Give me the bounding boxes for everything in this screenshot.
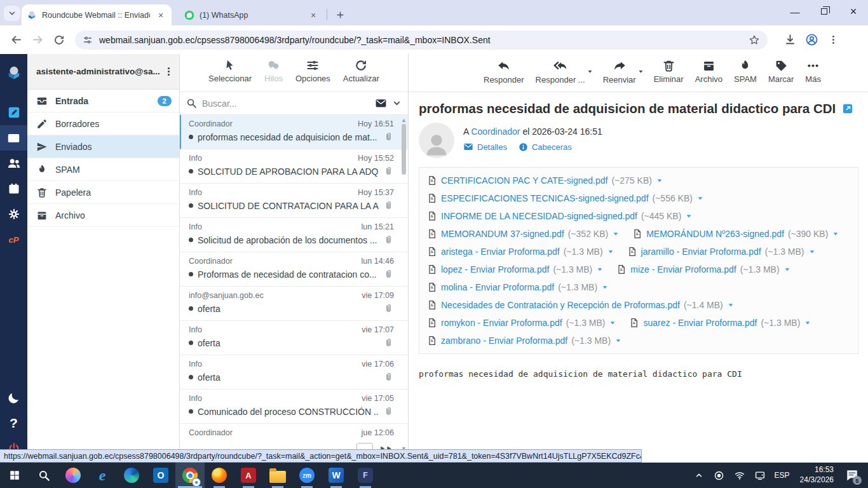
attachment-link[interactable]: suarez - Enviar Proforma.pdf(~1.3 MB) [629,318,811,328]
file-explorer-icon[interactable] [263,463,292,488]
scroll-up-icon[interactable]: ▲ [401,118,407,123]
tab-whatsapp[interactable]: (1) WhatsApp × [179,4,324,25]
mark-button[interactable]: Marcar [768,59,794,84]
message-row[interactable]: info@sanjuan.gob.ecvie 17:09 oferta [180,287,408,321]
attachment-menu-caret-icon[interactable] [614,337,622,344]
headers-link[interactable]: Cabeceras [519,142,572,152]
archive-button[interactable]: Archivo [695,59,722,84]
attachment-link[interactable]: Necesidades de Contratación y Recepción … [427,300,735,310]
roundcube-logo[interactable] [0,60,27,86]
forward-button[interactable]: Reenviar [603,59,636,85]
calendar-icon[interactable] [0,176,27,201]
acrobat-icon[interactable]: A [234,463,263,488]
tab-close-icon[interactable]: × [308,10,319,21]
message-row[interactable]: InfoHoy 15:52 SOLCITUD DE APROBACION PAR… [180,149,408,184]
attachment-menu-caret-icon[interactable] [601,283,609,291]
attachment-menu-caret-icon[interactable] [783,266,791,273]
tab-roundcube[interactable]: Roundcube Webmail :: Enviados × [22,4,172,25]
browser-menu-icon[interactable] [822,29,844,51]
delete-button[interactable]: Eliminar [654,59,684,84]
reply-button[interactable]: Responder [484,59,524,85]
tab-close-icon[interactable]: × [155,10,166,21]
taskbar-clock[interactable]: 16:53 24/3/2026 [796,465,837,485]
close-button[interactable]: × [839,0,868,23]
attachment-link[interactable]: zambrano - Enviar Proforma.pdf(~1.3 MB) [427,336,622,346]
list-scrollbar[interactable]: ▲ ▼ [401,118,407,461]
tab-search-button[interactable] [4,6,20,21]
message-row[interactable]: Infovie 17:06 oferta [180,355,408,390]
reply-all-button[interactable]: Responder ... [536,59,585,85]
folder-spam[interactable]: SPAM [27,158,179,181]
open-in-new-window-icon[interactable] [842,103,853,114]
back-button[interactable] [5,29,27,51]
bookmark-star-icon[interactable] [749,34,760,46]
chrome-icon[interactable]: ● [175,463,205,488]
options-button[interactable]: Opciones [295,59,330,83]
threads-button[interactable]: Hilos [264,59,283,83]
spam-button[interactable]: SPAM [734,59,757,84]
message-row[interactable]: Coordinadorlun 14:46 Proformas de necesi… [180,252,408,287]
attachment-link[interactable]: molina - Enviar Proforma.pdf(~1.3 MB) [427,282,609,292]
edge-icon[interactable] [117,463,146,488]
attachment-link[interactable]: MEMORANDUM 37-signed.pdf(~352 KB) [427,229,620,239]
profile-icon[interactable] [801,29,822,51]
attachment-menu-caret-icon[interactable] [609,319,616,327]
compose-icon[interactable] [0,100,27,125]
attachment-menu-caret-icon[interactable] [804,319,811,327]
attachment-link[interactable]: INFORME DE LA NECESIDAD-signed-signed.pd… [427,211,693,221]
folder-sent[interactable]: Enviados [27,135,179,158]
refresh-button[interactable]: Actualizar [343,59,379,83]
attachment-link[interactable]: jaramillo - Enviar Proforma.pdf(~1.3 MB) [627,247,816,257]
search-options-chevron-icon[interactable] [392,98,402,108]
url-text[interactable]: webmail.sanjuan.gob.ec/cpsess8798006498/… [99,35,742,45]
attachment-link[interactable]: ESPECIFICACIONES TECNICAS-signed-signed.… [427,193,704,203]
more-button[interactable]: Más [805,59,821,84]
tray-chevron-up-icon[interactable] [691,463,707,488]
attachment-link[interactable]: MEMORÁNDUM Nº263-signed.pdf(~390 KB) [632,229,839,239]
folder-archive[interactable]: Archivo [27,204,179,227]
language-indicator[interactable]: ESP [772,471,792,480]
settings-gear-icon[interactable] [0,201,27,227]
folder-drafts[interactable]: Borradores [27,112,179,135]
account-menu-kebab-icon[interactable] [163,66,174,77]
select-button[interactable]: Seleccionar [208,59,252,83]
folder-inbox[interactable]: Entrada 2 [27,90,179,112]
attachment-menu-caret-icon[interactable] [832,230,839,238]
message-row[interactable]: InfoHoy 15:37 SOLICITUD DE CONTRATACION … [180,184,408,218]
reload-button[interactable] [48,29,70,51]
pinned-app-icon[interactable]: F [351,463,380,488]
address-bar[interactable]: webmail.sanjuan.gob.ec/cpsess8798006498/… [75,30,768,50]
scrollbar-thumb[interactable] [402,124,406,175]
attachment-menu-caret-icon[interactable] [607,248,614,255]
message-row[interactable]: Infolun 15:21 Solicitud de aprobación de… [180,218,408,252]
message-row[interactable]: CoordinadorHoy 16:51 proformas necesidad… [180,115,408,149]
mail-icon[interactable] [0,125,27,151]
minimize-button[interactable]: — [780,0,810,23]
new-tab-button[interactable] [332,6,348,23]
attachment-link[interactable]: mize - Enviar Proforma.pdf(~1.3 MB) [616,264,790,274]
attachment-menu-caret-icon[interactable] [727,301,735,309]
attachment-menu-caret-icon[interactable] [612,230,620,238]
dark-mode-moon-icon[interactable] [0,385,27,410]
message-row[interactable]: Infovie 17:05 Comunicado del proceso CON… [180,390,408,424]
folder-trash[interactable]: Papelera [27,181,179,204]
notifications-icon[interactable]: 5 [841,463,863,488]
copilot-icon[interactable] [58,463,88,488]
attachment-menu-caret-icon[interactable] [685,212,693,220]
taskbar-search-icon[interactable] [29,463,58,488]
contacts-icon[interactable] [0,151,27,176]
site-settings-icon[interactable] [83,35,93,45]
outlook-icon[interactable]: O [146,463,175,488]
internet-explorer-icon[interactable]: e [88,463,117,488]
downloads-icon[interactable] [779,29,801,51]
word-icon[interactable]: W [322,463,351,488]
tray-record-icon[interactable] [711,463,728,488]
dropdown-caret-icon[interactable] [637,68,644,75]
attachment-link[interactable]: lopez - Enviar Proforma.pdf(~1.3 MB) [427,264,604,274]
attachment-menu-caret-icon[interactable] [596,266,604,273]
dropdown-caret-icon[interactable] [587,68,593,75]
cpanel-icon[interactable]: cP [0,227,27,252]
recipient-link[interactable]: Coordinador [471,126,520,137]
zoom-icon[interactable]: zm [292,463,322,488]
firefox-icon[interactable] [205,463,234,488]
